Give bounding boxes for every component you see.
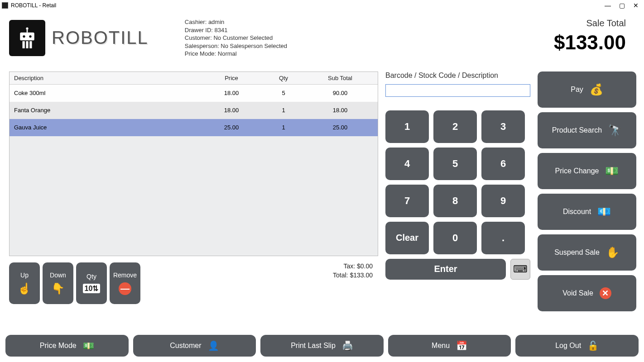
void-icon: ✕: [600, 287, 611, 299]
titlebar: ROBOTILL - Retail — ▢ ✕: [0, 0, 644, 11]
close-button[interactable]: ✕: [633, 2, 639, 9]
svg-rect-2: [20, 33, 34, 41]
price-mode-icon: 💵: [83, 340, 94, 351]
grid-header: Description Price Qty Sub Total: [10, 72, 378, 85]
keypad: 1 2 3 4 5 6 7 8 9 Clear 0 .: [385, 110, 530, 254]
logo-icon: [9, 20, 45, 56]
items-grid[interactable]: Description Price Qty Sub Total Coke 300…: [9, 71, 378, 256]
suspend-sale-button[interactable]: Suspend Sale ✋: [538, 234, 636, 271]
price-mode-button[interactable]: Price Mode 💵: [5, 335, 129, 357]
pay-button[interactable]: Pay 💰: [538, 71, 636, 108]
enter-button[interactable]: Enter: [385, 259, 506, 280]
remove-icon: —: [119, 282, 131, 295]
key-8[interactable]: 8: [433, 185, 477, 217]
col-description: Description: [10, 72, 204, 84]
key-7[interactable]: 7: [385, 185, 429, 217]
keyboard-icon: ⌨: [513, 263, 528, 275]
maximize-button[interactable]: ▢: [619, 2, 625, 9]
logout-button[interactable]: Log Out 🔓: [515, 335, 639, 357]
key-3[interactable]: 3: [481, 110, 525, 143]
product-search-button[interactable]: Product Search 🔭: [538, 112, 636, 148]
key-clear[interactable]: Clear: [385, 222, 429, 254]
qty-label: Qty: [87, 273, 96, 280]
customer-button[interactable]: Customer 👤: [133, 335, 256, 357]
sale-total-amount: $133.00: [554, 31, 626, 54]
tax-label: Tax:: [343, 262, 355, 270]
price-change-label: Price Change: [555, 167, 599, 175]
table-row[interactable]: Coke 300ml18.00590.00: [10, 85, 378, 102]
print-last-slip-button[interactable]: Print Last Slip 🖨️: [260, 335, 384, 357]
binoculars-icon: 🔭: [608, 124, 622, 137]
logout-label: Log Out: [555, 342, 581, 350]
onscreen-keyboard-button[interactable]: ⌨: [510, 259, 530, 280]
menu-button[interactable]: Menu 📅: [388, 335, 511, 357]
void-sale-label: Void Sale: [562, 289, 593, 297]
pay-label: Pay: [571, 86, 583, 94]
drawer-label: Drawer ID: [185, 27, 215, 33]
svg-rect-6: [26, 41, 28, 48]
svg-rect-5: [23, 41, 25, 48]
table-row[interactable]: Gauva Juice25.00125.00: [10, 119, 378, 136]
lock-icon: 🔓: [587, 340, 599, 351]
remove-label: Remove: [113, 272, 137, 279]
session-info: Cashieradmin Drawer ID8341 CustomerNo Cu…: [185, 18, 287, 58]
sale-total-caption: Sale Total: [554, 18, 626, 29]
svg-point-3: [23, 35, 25, 38]
key-6[interactable]: 6: [481, 148, 525, 180]
svg-point-0: [26, 27, 28, 29]
key-4[interactable]: 4: [385, 148, 429, 180]
cell-price: 18.00: [204, 104, 259, 116]
cell-qty: 1: [259, 121, 308, 133]
point-up-icon: ☝️: [18, 282, 31, 295]
qty-icon: 10⇅: [83, 284, 101, 293]
key-0[interactable]: 0: [433, 222, 477, 254]
up-button[interactable]: Up ☝️: [9, 262, 40, 304]
logo-text: ROBOTILL: [52, 28, 149, 48]
key-2[interactable]: 2: [433, 110, 477, 143]
svg-rect-7: [29, 41, 32, 48]
customer-label: Customer: [185, 34, 214, 41]
scan-label: Barcode / Stock Code / Description: [385, 71, 530, 80]
pricemode-value: Normal: [218, 50, 237, 57]
cell-sub: 25.00: [308, 121, 372, 133]
key-1[interactable]: 1: [385, 110, 429, 143]
price-change-button[interactable]: Price Change 💵: [538, 153, 636, 189]
print-label: Print Last Slip: [291, 342, 336, 350]
cell-sub: 18.00: [308, 104, 372, 116]
money-icon: 💵: [605, 165, 619, 177]
hand-icon: ✋: [606, 246, 620, 259]
cell-qty: 5: [259, 87, 308, 99]
discount-button[interactable]: Discount 💶: [538, 194, 636, 230]
svg-point-4: [29, 35, 31, 38]
col-subtotal: Sub Total: [308, 72, 372, 84]
cell-sub: 90.00: [308, 87, 372, 99]
key-dot[interactable]: .: [481, 222, 525, 254]
point-down-icon: 👇: [51, 282, 65, 295]
pay-icon: 💰: [590, 83, 603, 96]
suspend-sale-label: Suspend Sale: [554, 248, 600, 257]
key-9[interactable]: 9: [481, 185, 525, 217]
up-label: Up: [20, 272, 29, 279]
cell-desc: Gauva Juice: [10, 121, 204, 133]
pricemode-label: Price Mode: [185, 50, 218, 57]
total-label: Total:: [333, 272, 348, 279]
salesperson-label: Salesperson: [185, 43, 221, 49]
table-row[interactable]: Fanta Orange18.00118.00: [10, 102, 378, 119]
key-5[interactable]: 5: [433, 148, 477, 180]
logo: ROBOTILL: [9, 18, 149, 58]
remove-button[interactable]: Remove —: [110, 262, 140, 304]
qty-button[interactable]: Qty 10⇅: [76, 262, 107, 304]
cell-qty: 1: [259, 104, 308, 116]
void-sale-button[interactable]: Void Sale ✕: [538, 275, 636, 311]
col-price: Price: [204, 72, 259, 84]
minimize-button[interactable]: —: [605, 2, 611, 9]
calendar-icon: 📅: [456, 340, 467, 351]
menu-label: Menu: [432, 342, 450, 350]
cashier-label: Cashier: [185, 19, 208, 25]
scan-input[interactable]: [385, 84, 530, 97]
cell-desc: Coke 300ml: [10, 87, 204, 99]
app-icon: [2, 2, 8, 9]
down-button[interactable]: Down 👇: [43, 262, 73, 304]
window-title: ROBOTILL - Retail: [11, 2, 56, 9]
salesperson-value: No Salesperson Selected: [221, 43, 287, 49]
